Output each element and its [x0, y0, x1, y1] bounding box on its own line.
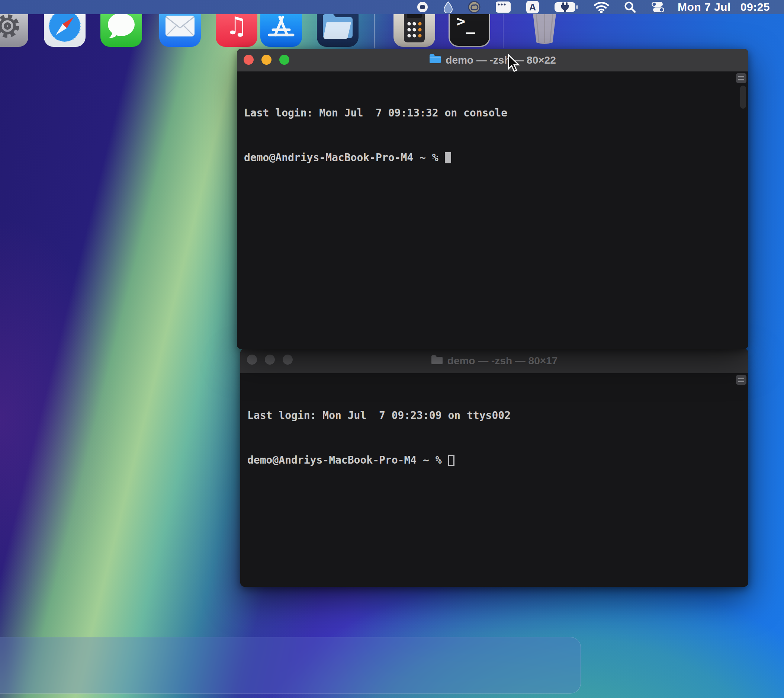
- folder-icon: [431, 355, 443, 367]
- scrollbar-thumb[interactable]: [740, 86, 746, 109]
- window-title-text: demo — -zsh — 80×17: [447, 355, 557, 367]
- close-button[interactable]: [244, 55, 254, 65]
- terminal-front-titlebar[interactable]: demo — -zsh — 80×22: [237, 49, 748, 71]
- terminal-window-front[interactable]: demo — -zsh — 80×22 Last login: Mon Jul …: [237, 49, 748, 349]
- wifi-icon[interactable]: [586, 0, 617, 14]
- zoom-button[interactable]: [279, 55, 289, 65]
- screen-recording-indicator-icon[interactable]: [409, 0, 436, 14]
- terminal-line: Last login: Mon Jul 7 09:13:32 on consol…: [244, 106, 733, 120]
- terminal-prompt-line: demo@Andriys-MacBook-Pro-M4 ~ %: [247, 453, 733, 468]
- terminal-line: Last login: Mon Jul 7 09:23:09 on ttys00…: [247, 408, 733, 423]
- minimize-button[interactable]: [265, 355, 275, 365]
- window-title-text: demo — -zsh — 80×22: [446, 54, 556, 66]
- spotlight-search-icon[interactable]: [617, 0, 643, 14]
- prompt-text: demo@Andriys-MacBook-Pro-M4 ~ %: [244, 150, 438, 165]
- desktop: A: [0, 0, 784, 698]
- terminal-cursor-active: [445, 152, 451, 163]
- zoom-button[interactable]: [283, 355, 293, 365]
- terminal-front-content[interactable]: Last login: Mon Jul 7 09:13:32 on consol…: [237, 71, 748, 349]
- dock: [0, 637, 581, 693]
- clock-date: Mon 7 Jul: [678, 1, 731, 13]
- window-title: demo — -zsh — 80×17: [431, 355, 557, 367]
- input-source-a-icon[interactable]: A: [519, 0, 547, 14]
- terminal-back-titlebar[interactable]: demo — -zsh — 80×17: [240, 349, 748, 373]
- clock-time: 09:25: [741, 1, 770, 13]
- close-button[interactable]: [247, 355, 257, 365]
- terminal-cursor-inactive: [448, 455, 455, 466]
- window-title: demo — -zsh — 80×22: [429, 54, 556, 66]
- prompt-text: demo@Andriys-MacBook-Pro-M4 ~ %: [247, 453, 442, 468]
- droplet-icon[interactable]: [436, 0, 460, 14]
- keyboard-icon[interactable]: [488, 0, 519, 14]
- terminal-prompt-line: demo@Andriys-MacBook-Pro-M4 ~ %: [244, 150, 733, 165]
- scrollback-button[interactable]: [736, 73, 746, 83]
- svg-text:A: A: [529, 2, 536, 12]
- scrollback-button[interactable]: [736, 375, 746, 385]
- terminal-window-back[interactable]: demo — -zsh — 80×17 Last login: Mon Jul …: [240, 349, 748, 587]
- menu-bar-clock[interactable]: Mon 7 Jul 09:25: [678, 1, 770, 13]
- terminal-back-content[interactable]: Last login: Mon Jul 7 09:23:09 on ttys00…: [240, 373, 748, 587]
- menu-bar-status-area: A: [409, 0, 784, 14]
- minimize-button[interactable]: [262, 55, 272, 65]
- adobe-creative-cloud-icon[interactable]: [460, 0, 488, 14]
- folder-icon: [429, 54, 441, 66]
- mouse-cursor: [507, 54, 522, 75]
- menu-bar: A: [0, 0, 784, 14]
- control-center-icon[interactable]: [643, 0, 672, 14]
- battery-charging-icon[interactable]: [547, 0, 586, 14]
